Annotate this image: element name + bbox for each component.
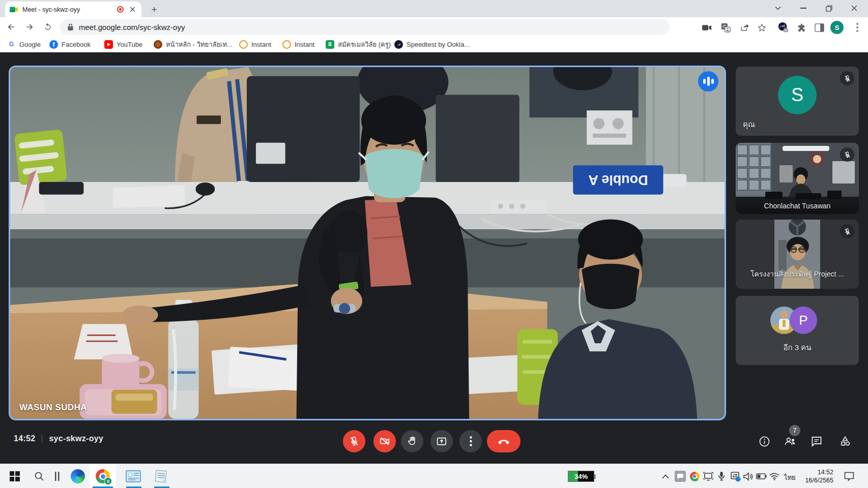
meet-page: Double A [0,52,868,464]
divider [42,434,42,443]
wifi-tray-icon[interactable] [768,464,780,488]
participants-count-badge: 7 [789,425,800,436]
taskbar-search-icon[interactable] [32,464,47,488]
sync-tray-icon[interactable] [729,464,742,488]
browser-tab[interactable]: Meet - syc-skwz-oyy [5,2,141,17]
chat-button[interactable] [810,435,823,448]
language-indicator[interactable]: ไทย [784,472,796,483]
speaking-indicator-icon [698,71,718,92]
volume-tray-icon[interactable] [742,464,754,488]
tab-recording-indicator [117,6,124,13]
meeting-time: 14:52 [14,434,35,443]
raise-hand-button[interactable] [401,430,423,452]
participant-name: คุณ [743,118,755,131]
tab-search-chevron-icon[interactable] [769,1,787,15]
facebook-icon: f [49,40,58,49]
participant-name: Chonlachat Tusawan [736,202,859,210]
activities-button[interactable] [838,435,852,448]
participant-name: โครงงานสิ่งประดิษฐ์ Project ... [736,268,859,280]
new-tab-button[interactable]: + [148,3,161,16]
action-center-icon[interactable] [843,464,856,488]
participant-avatar: S [778,76,817,114]
camera-toggle-button[interactable] [373,430,396,452]
instant-icon [239,40,248,49]
edge-taskbar-icon[interactable] [69,464,86,488]
more-options-button[interactable] [459,430,482,452]
end-call-button[interactable] [487,430,520,452]
bookmark-star-icon[interactable] [755,21,768,34]
side-panel-icon[interactable] [813,21,826,34]
speaker-name-label: WASUN SUDHA [19,403,87,413]
main-video-tile: Double A [9,66,726,420]
tab-camera-indicator-icon[interactable] [700,21,713,34]
mic-muted-icon [840,71,854,85]
bookmarks-bar: G Google f Facebook YouTube หน้าหลัก - ว… [0,37,868,52]
battery-percent-widget[interactable]: 34% [568,471,594,482]
bookmark-google[interactable]: G Google [5,39,43,50]
svg-text:G: G [9,41,14,48]
profile-avatar[interactable]: S [830,21,844,34]
participant-tile-overflow[interactable]: P อีก 3 คน [736,296,859,365]
browser-toolbar: meet.google.com/syc-skwz-oyy G S [0,17,868,37]
college-site-icon [154,40,162,49]
mic-toggle-button[interactable] [343,430,365,452]
viewer-app-taskbar-icon[interactable] [125,464,142,488]
speedtest-icon [394,40,403,49]
chrome-tray-icon[interactable] [688,464,701,488]
participant-tile-project[interactable]: โครงงานสิ่งประดิษฐ์ Project ... [736,220,859,289]
extensions-puzzle-icon[interactable] [795,21,808,34]
microphone-tray-icon[interactable] [715,464,728,488]
browser-menu-kebab-icon[interactable] [851,21,864,34]
share-icon[interactable] [738,21,751,34]
participant-tile-you[interactable]: S คุณ [736,67,859,136]
overflow-count-label: อีก 3 คน [736,342,859,354]
window-close-button[interactable] [846,1,863,15]
tab-strip: Meet - syc-skwz-oyy + [0,0,868,17]
bookmark-instant-2[interactable]: Instant [280,39,316,50]
meeting-info: 14:52 syc-skwz-oyy [14,434,103,443]
lock-icon [67,23,74,31]
taskbar-clock[interactable]: 14:52 16/6/2565 [798,468,833,485]
url-bar[interactable]: meet.google.com/syc-skwz-oyy [60,19,670,35]
meeting-details-button[interactable] [758,435,771,448]
window-minimize-button[interactable] [795,1,812,15]
speedtest-extension-icon[interactable] [776,21,790,34]
bookmark-speedtest[interactable]: Speedtest by Ookla... [392,39,472,50]
windows-taskbar: S 34% [0,464,868,488]
chrome-icon: S [96,469,110,483]
bookmark-instant-1[interactable]: Instant [237,39,273,50]
taskbar-divider [54,464,60,488]
instant-icon [282,40,291,49]
messaging-tray-icon[interactable] [674,464,687,488]
start-button[interactable] [7,464,22,488]
meet-favicon [10,6,18,13]
chrome-profile-badge: S [104,477,112,485]
clock-date: 16/6/2565 [798,476,833,484]
bookmark-sheets-form[interactable]: สมัครเมลวิลัย (ครู) [324,39,393,50]
bookmark-youtube[interactable]: YouTube [102,39,144,50]
bookmark-college-home[interactable]: หน้าหลัก - วิทยาลัยเท... [152,39,235,50]
main-video-scene: Double A [10,67,725,419]
reload-icon[interactable] [41,20,55,34]
chrome-taskbar-button[interactable]: S [90,464,116,488]
tab-close-icon[interactable] [128,5,137,14]
bookmark-facebook[interactable]: f Facebook [47,39,93,50]
clock-time: 14:52 [798,468,833,476]
window-restore-button[interactable] [820,1,837,15]
present-screen-button[interactable] [430,430,453,452]
screen-cast-tray-icon[interactable] [702,464,715,488]
meeting-code: syc-skwz-oyy [49,434,103,443]
participant-tile-chonlachat[interactable]: Chonlachat Tusawan [736,143,859,214]
tray-expand-chevron-icon[interactable] [659,464,672,488]
youtube-icon [104,40,113,49]
back-icon[interactable] [4,20,18,34]
mic-muted-icon [840,224,854,238]
battery-tray-icon[interactable] [755,464,767,488]
notepad-taskbar-icon[interactable] [153,464,170,488]
forward-icon[interactable] [22,20,37,34]
participants-button[interactable] [784,435,797,448]
translate-icon[interactable]: G [719,21,732,34]
google-icon: G [7,40,16,49]
overflow-avatar-initial: P [790,307,817,334]
url-text: meet.google.com/syc-skwz-oyy [79,23,185,32]
